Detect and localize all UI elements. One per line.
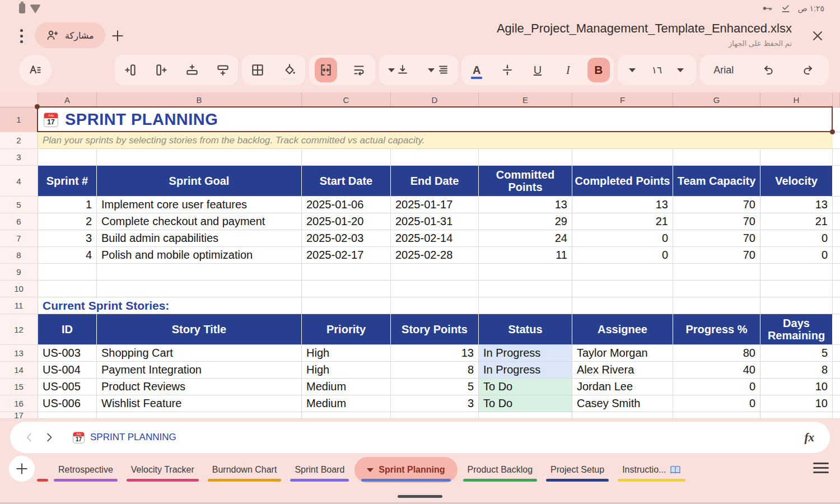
- cell[interactable]: [391, 149, 479, 166]
- cell[interactable]: US-004: [38, 362, 97, 379]
- vertical-align-button[interactable]: [388, 58, 410, 82]
- cell[interactable]: [760, 264, 833, 281]
- cell[interactable]: To Do: [479, 379, 572, 395]
- table-header-cell[interactable]: Sprint Goal: [97, 166, 302, 197]
- column-header-d[interactable]: D: [391, 92, 479, 108]
- table-header-cell[interactable]: Story Points: [391, 314, 479, 345]
- cell[interactable]: [760, 412, 833, 419]
- bold-button[interactable]: B: [587, 58, 610, 82]
- merge-cells-button[interactable]: [315, 58, 337, 82]
- sheet-tab-instructio[interactable]: Instructio...: [614, 457, 689, 483]
- undo-button[interactable]: [757, 58, 779, 82]
- cell[interactable]: [97, 412, 302, 419]
- cell[interactable]: 13: [572, 197, 673, 213]
- row-header[interactable]: 1: [0, 108, 38, 132]
- table-header-cell[interactable]: Committed Points: [479, 166, 572, 197]
- row-header[interactable]: 13: [0, 345, 38, 362]
- insert-row-below-button[interactable]: [212, 58, 234, 82]
- new-spreadsheet-button[interactable]: [108, 26, 128, 46]
- cell[interactable]: 70: [673, 230, 760, 247]
- table-header-cell[interactable]: Completed Points: [572, 166, 673, 197]
- cell[interactable]: 70: [673, 247, 760, 264]
- cell[interactable]: Alex Rivera: [572, 362, 673, 379]
- column-header-e[interactable]: E: [479, 92, 572, 108]
- cell[interactable]: To Do: [479, 395, 572, 412]
- cell[interactable]: Shopping Cart: [97, 345, 302, 362]
- cell[interactable]: [391, 264, 479, 281]
- cell[interactable]: 8: [760, 362, 833, 379]
- text-format-button[interactable]: [24, 58, 46, 82]
- cell[interactable]: 5: [391, 379, 479, 395]
- insert-column-left-button[interactable]: [119, 58, 142, 82]
- cell[interactable]: [391, 412, 479, 419]
- cell[interactable]: Complete checkout and payment: [97, 213, 302, 230]
- cell[interactable]: [572, 412, 673, 419]
- cell[interactable]: 2025-01-17: [391, 197, 479, 213]
- cell[interactable]: 8: [391, 362, 479, 379]
- cell[interactable]: [479, 297, 572, 314]
- cell[interactable]: [760, 149, 833, 166]
- cell[interactable]: [38, 149, 97, 166]
- column-header-c[interactable]: C: [302, 92, 391, 108]
- sheet-tab-sprint-planning[interactable]: Sprint Planning: [354, 457, 457, 483]
- underline-button[interactable]: U: [526, 58, 549, 82]
- text-color-button[interactable]: A: [465, 58, 488, 82]
- cell[interactable]: [760, 297, 833, 314]
- cell[interactable]: [391, 281, 479, 297]
- cell[interactable]: 2: [38, 213, 97, 230]
- vertical-align-center-button[interactable]: [496, 58, 519, 82]
- cell[interactable]: [673, 264, 760, 281]
- cell[interactable]: [302, 264, 391, 281]
- row-header[interactable]: 7: [0, 230, 38, 247]
- font-family-value[interactable]: Arial: [709, 64, 738, 76]
- table-header-cell[interactable]: Priority: [302, 314, 391, 345]
- row-header[interactable]: 4: [0, 166, 38, 197]
- cell[interactable]: 2025-02-03: [302, 230, 391, 247]
- cell[interactable]: 5: [760, 345, 833, 362]
- table-header-cell[interactable]: Assignee: [572, 314, 673, 345]
- gesture-handle[interactable]: [398, 495, 442, 498]
- table-header-cell[interactable]: Velocity: [760, 166, 833, 197]
- cell[interactable]: [673, 412, 760, 419]
- cell[interactable]: 13: [760, 197, 833, 213]
- cell[interactable]: 4: [38, 247, 97, 264]
- cell[interactable]: [391, 297, 479, 314]
- fill-color-button[interactable]: [278, 58, 301, 82]
- cell[interactable]: 2025-02-28: [391, 247, 479, 264]
- row-header[interactable]: 9: [0, 264, 38, 281]
- insert-column-right-button[interactable]: [150, 58, 172, 82]
- share-button[interactable]: مشاركة: [35, 22, 105, 48]
- cell[interactable]: 2025-01-06: [302, 197, 391, 213]
- cell-title[interactable]: July17SPRINT PLANNING: [38, 108, 833, 132]
- row-header[interactable]: 5: [0, 197, 38, 213]
- column-header-g[interactable]: G: [673, 92, 760, 108]
- table-header-cell[interactable]: Status: [479, 314, 572, 345]
- cell[interactable]: [97, 264, 302, 281]
- cell[interactable]: 70: [673, 213, 760, 230]
- cell[interactable]: 2025-01-31: [391, 213, 479, 230]
- cell[interactable]: 13: [479, 197, 572, 213]
- cell[interactable]: Implement core user features: [97, 197, 302, 213]
- cell[interactable]: [479, 412, 572, 419]
- cell[interactable]: 80: [673, 345, 760, 362]
- row-header[interactable]: 6: [0, 213, 38, 230]
- cell[interactable]: US-003: [38, 345, 97, 362]
- row-header[interactable]: 8: [0, 247, 38, 264]
- insert-row-above-button[interactable]: [181, 58, 203, 82]
- cell[interactable]: [572, 264, 673, 281]
- cell[interactable]: 0: [572, 230, 673, 247]
- next-cell-button[interactable]: [39, 431, 58, 444]
- cell[interactable]: Build admin capabilities: [97, 230, 302, 247]
- sheet-tab-velocity-tracker[interactable]: Velocity Tracker: [123, 457, 202, 483]
- cell[interactable]: 2025-02-14: [391, 230, 479, 247]
- row-header[interactable]: 3: [0, 149, 38, 166]
- italic-button[interactable]: I: [557, 58, 579, 82]
- cell[interactable]: 0: [760, 230, 833, 247]
- cell[interactable]: 24: [479, 230, 572, 247]
- cell[interactable]: High: [302, 362, 391, 379]
- cell[interactable]: [479, 281, 572, 297]
- cell[interactable]: 0: [760, 247, 833, 264]
- sheet-tab-sprint-board[interactable]: Sprint Board: [287, 457, 352, 483]
- table-header-cell[interactable]: End Date: [391, 166, 479, 197]
- row-header[interactable]: 15: [0, 379, 38, 395]
